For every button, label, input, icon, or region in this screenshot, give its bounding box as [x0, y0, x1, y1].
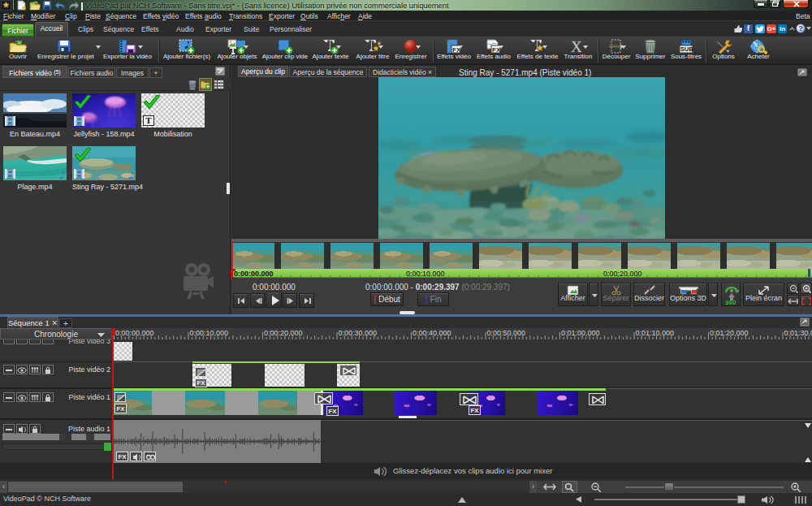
svg-text:360: 360	[725, 299, 736, 305]
svg-text:SUB: SUB	[680, 45, 693, 53]
svg-text:X: X	[571, 39, 582, 54]
